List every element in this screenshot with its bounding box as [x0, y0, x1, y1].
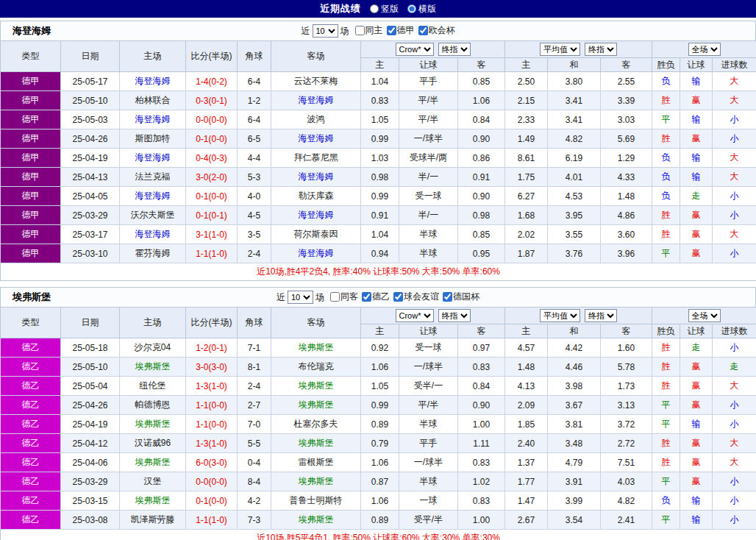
- away-team[interactable]: 海登海姆: [271, 91, 361, 110]
- match-score[interactable]: 0-1(0-0): [186, 129, 238, 149]
- home-team[interactable]: 汉堡: [120, 472, 186, 491]
- match-score[interactable]: 0-1(0-1): [186, 206, 238, 225]
- away-team[interactable]: 埃弗斯堡: [271, 472, 361, 491]
- away-team[interactable]: 荷尔斯泰因: [271, 225, 361, 244]
- away-team[interactable]: 勒沃库森: [271, 187, 361, 206]
- away-team[interactable]: 埃弗斯堡: [271, 396, 361, 415]
- match-score[interactable]: 1-3(1-0): [186, 434, 238, 453]
- away-team[interactable]: 布伦瑞克: [271, 358, 361, 377]
- away-team[interactable]: 埃弗斯堡: [271, 377, 361, 396]
- layout-radio-vertical[interactable]: 竖版: [370, 3, 399, 15]
- filter-checkbox-input[interactable]: [355, 26, 365, 35]
- away-team[interactable]: 海登海姆: [271, 244, 361, 263]
- filter-checkbox[interactable]: 德国杯: [439, 291, 479, 303]
- away-team[interactable]: 海登海姆: [271, 168, 361, 187]
- match-score[interactable]: 0-0(0-0): [186, 110, 238, 129]
- match-score[interactable]: 6-0(3-0): [186, 453, 238, 472]
- filter-checkbox-input[interactable]: [443, 292, 452, 302]
- scope-select[interactable]: 全场: [688, 309, 721, 322]
- home-team[interactable]: 沃尔夫斯堡: [120, 206, 186, 225]
- away-team[interactable]: 埃弗斯堡: [271, 338, 361, 358]
- filter-checkbox[interactable]: 同主: [352, 24, 383, 37]
- filter-checkbox-input[interactable]: [362, 292, 371, 302]
- bookmaker-select[interactable]: Crow*: [396, 43, 434, 56]
- home-team[interactable]: 帕德博恩: [120, 396, 186, 415]
- filter-checkbox-input[interactable]: [393, 292, 403, 302]
- match-score[interactable]: 1-1(0-0): [186, 396, 238, 415]
- bookmaker-select[interactable]: Crow*: [396, 309, 434, 322]
- match-score[interactable]: 3-1(1-0): [186, 225, 238, 244]
- col-ah-away: 客: [458, 324, 505, 338]
- home-team[interactable]: 沙尔克04: [120, 338, 186, 358]
- scope-select[interactable]: 全场: [688, 43, 721, 56]
- layout-radio-horizontal-input[interactable]: [407, 4, 416, 13]
- match-score[interactable]: 1-1(0-0): [186, 415, 238, 434]
- home-team[interactable]: 纽伦堡: [120, 377, 186, 396]
- away-team[interactable]: 云达不莱梅: [271, 72, 361, 91]
- away-team[interactable]: 海登海姆: [271, 206, 361, 225]
- match-score[interactable]: 0-0(0-0): [186, 472, 238, 491]
- home-team[interactable]: 海登海姆: [120, 225, 186, 244]
- eu-home-odds: 1.75: [505, 168, 548, 187]
- match-score[interactable]: 3-0(2-0): [186, 168, 238, 187]
- filter-checkbox[interactable]: 球会友谊: [390, 291, 439, 303]
- recent-count-select[interactable]: 10: [288, 291, 313, 304]
- match-score[interactable]: 0-3(0-1): [186, 91, 238, 110]
- match-score[interactable]: 3-0(3-0): [186, 358, 238, 377]
- filter-checkbox[interactable]: 德乙: [358, 291, 390, 303]
- filter-checkbox-input[interactable]: [330, 292, 340, 302]
- away-team[interactable]: 埃弗斯堡: [271, 511, 361, 530]
- filter-checkbox-input[interactable]: [418, 26, 428, 35]
- eu-away-odds: 3.13: [601, 396, 652, 415]
- match-score[interactable]: 1-1(1-0): [186, 244, 238, 263]
- layout-radio-vertical-input[interactable]: [370, 4, 379, 13]
- home-team[interactable]: 汉诺威96: [120, 434, 186, 453]
- home-team[interactable]: 海登海姆: [120, 110, 186, 129]
- layout-radio-horizontal[interactable]: 横版: [407, 3, 436, 15]
- away-team[interactable]: 海登海姆: [271, 129, 361, 149]
- away-team[interactable]: 埃弗斯堡: [271, 434, 361, 453]
- match-row: 德甲25-04-05海登海姆0-1(0-0)4-0勒沃库森0.99受一球0.90…: [1, 187, 756, 206]
- home-team[interactable]: 海登海姆: [120, 72, 186, 91]
- eu-source-select[interactable]: 平均值: [540, 43, 580, 56]
- away-team[interactable]: 波鸿: [271, 110, 361, 129]
- home-team[interactable]: 柏林联合: [120, 91, 186, 110]
- home-team[interactable]: 埃弗斯堡: [120, 358, 186, 377]
- recent-count-select[interactable]: 10: [313, 24, 338, 38]
- eu-home-odds: 1.49: [505, 129, 548, 149]
- result-goals: 小: [713, 415, 756, 434]
- result-goals: 大: [713, 91, 756, 110]
- eu-stage-select[interactable]: 终指: [585, 309, 617, 322]
- filter-checkbox[interactable]: 欧会杯: [415, 24, 455, 37]
- eu-away-odds: 1.60: [601, 338, 652, 358]
- eu-source-select[interactable]: 平均值: [540, 309, 580, 322]
- corner-score: 6-4: [238, 110, 271, 129]
- home-team[interactable]: 斯图加特: [120, 129, 186, 149]
- match-score[interactable]: 1-1(1-0): [186, 511, 238, 530]
- home-team[interactable]: 埃弗斯堡: [120, 453, 186, 472]
- ah-stage-select[interactable]: 终指: [438, 43, 471, 56]
- home-team[interactable]: 法兰克福: [120, 168, 186, 187]
- match-score[interactable]: 1-3(1-0): [186, 377, 238, 396]
- match-score[interactable]: 1-4(0-2): [186, 72, 238, 91]
- away-team[interactable]: 雷根斯堡: [271, 453, 361, 472]
- ah-away-odds: 0.91: [458, 168, 505, 187]
- eu-stage-select[interactable]: 终指: [585, 43, 617, 56]
- filter-checkbox[interactable]: 德甲: [383, 24, 415, 37]
- match-score[interactable]: 0-1(0-0): [186, 491, 238, 511]
- home-team[interactable]: 霍芬海姆: [120, 244, 186, 263]
- match-score[interactable]: 0-4(0-3): [186, 149, 238, 168]
- filter-checkbox-input[interactable]: [387, 26, 396, 35]
- ah-stage-select[interactable]: 终指: [438, 309, 471, 322]
- home-team[interactable]: 埃弗斯堡: [120, 491, 186, 511]
- home-team[interactable]: 埃弗斯堡: [120, 415, 186, 434]
- home-team[interactable]: 凯泽斯劳滕: [120, 511, 186, 530]
- away-team[interactable]: 普鲁士明斯特: [271, 491, 361, 511]
- filter-checkbox[interactable]: 同客: [327, 291, 358, 303]
- away-team[interactable]: 拜仁慕尼黑: [271, 149, 361, 168]
- match-score[interactable]: 1-2(0-1): [186, 338, 238, 358]
- away-team[interactable]: 杜塞尔多夫: [271, 415, 361, 434]
- home-team[interactable]: 海登海姆: [120, 149, 186, 168]
- home-team[interactable]: 海登海姆: [120, 187, 186, 206]
- match-score[interactable]: 0-1(0-0): [186, 187, 238, 206]
